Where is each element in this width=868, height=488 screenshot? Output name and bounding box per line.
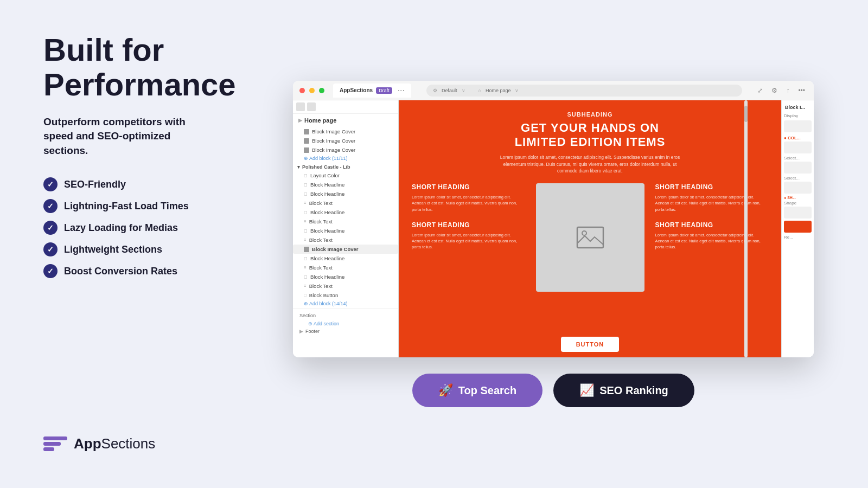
logo-bar-2 <box>43 442 61 446</box>
lib-item-text-5[interactable]: ≡ Block Text <box>293 281 398 291</box>
sidebar-item-block-3[interactable]: Block Image Cover <box>293 145 398 155</box>
browser-tab[interactable]: AppSections Draft ··· <box>333 84 411 98</box>
card-top-right: SHORT HEADING Lorem ipsum dolor sit amet… <box>653 183 771 213</box>
rp-item-accent[interactable] <box>784 221 812 233</box>
section-desc: Lorem ipsum dolor sit amet, consectetur … <box>498 154 682 175</box>
action-buttons: 🚀 Top Search 📈 SEO Ranking <box>412 374 694 407</box>
select-label-1: Select... <box>784 156 812 160</box>
lib-item-icon-2: ◻ <box>304 182 308 187</box>
scroll-bar[interactable] <box>744 100 748 357</box>
add-block-link-2[interactable]: ⊕ Add block (14/14) <box>293 300 398 307</box>
lib-item-image-cover[interactable]: Block Image Cover <box>293 245 398 254</box>
lib-item-icon-10: ◻ <box>304 256 308 261</box>
logo-icon <box>43 432 67 455</box>
tab-more-icon[interactable]: ··· <box>398 86 405 95</box>
lib-item-text-2[interactable]: ≡ Block Text <box>293 217 398 226</box>
homepage-chevron-icon: ∨ <box>515 88 519 93</box>
center-image <box>536 183 644 292</box>
lib-item-icon-11: ≡ <box>304 265 307 270</box>
color-label: ● COL... <box>784 136 812 140</box>
lib-item-icon-1: ◻ <box>304 173 308 178</box>
rp-item-2[interactable] <box>784 142 812 153</box>
section-cta-button[interactable]: BUTTON <box>561 337 620 352</box>
sidebar-nav-icon-2[interactable] <box>307 102 316 111</box>
browser-dot-red <box>299 88 305 93</box>
feature-item-5: Boost Conversion Rates <box>43 264 217 278</box>
browser-dot-green <box>319 88 324 93</box>
check-icon-5 <box>43 264 58 278</box>
feature-label-2: Lightning-Fast Load Times <box>64 201 189 212</box>
features-list: SEO-Friendly Lightning-Fast Load Times L… <box>43 177 217 286</box>
lib-item-icon-9 <box>304 247 309 252</box>
logo-area: AppSections <box>43 432 217 455</box>
footer-label: Footer <box>305 329 320 334</box>
rp-item-4[interactable] <box>784 182 812 194</box>
home-icon: ⌂ <box>478 88 481 93</box>
section-text: Section <box>299 313 316 318</box>
lib-item-text-3[interactable]: ≡ Block Text <box>293 235 398 245</box>
card-text-1: Lorem ipsum dolor sit amet, consectetur … <box>412 194 525 213</box>
main-title: Built for Performance <box>43 33 217 102</box>
lib-item-headline-1[interactable]: ◻ Block Headline <box>293 180 398 189</box>
lib-item-icon-8: ≡ <box>304 237 307 242</box>
url-bar[interactable]: ⚙ Default ∨ ⌂ Home page ∨ <box>426 85 742 97</box>
feature-item-2: Lightning-Fast Load Times <box>43 199 217 213</box>
lib-item-icon-6: ≡ <box>304 219 307 224</box>
collapse-icon[interactable]: ▾ <box>297 164 300 170</box>
rp-item-5[interactable] <box>784 207 812 219</box>
lib-item-icon-7: ◻ <box>304 228 308 233</box>
card-bottom-left: SHORT HEADING Lorem ipsum dolor sit amet… <box>410 221 527 251</box>
browser-body: ▶ Home page Block Image Cover Block Imag… <box>293 100 814 357</box>
sidebar-item-block-1[interactable]: Block Image Cover <box>293 127 398 136</box>
rp-item-3[interactable] <box>784 162 812 174</box>
section-button-row: BUTTON <box>410 331 770 357</box>
editor-sidebar: ▶ Home page Block Image Cover Block Imag… <box>293 100 399 357</box>
logo-text: AppSections <box>74 435 155 452</box>
top-search-label: Top Search <box>458 384 516 397</box>
url-homepage: Home page <box>486 88 511 93</box>
settings-icon[interactable]: ⚙ <box>771 87 777 94</box>
scroll-thumb <box>744 106 748 122</box>
add-section-link[interactable]: ⊕ Add section <box>297 320 394 328</box>
lib-header: ▾ Polished Castle - Lib <box>293 162 398 171</box>
lib-item-text-1[interactable]: ≡ Block Text <box>293 198 398 208</box>
gear-icon: ⚙ <box>433 88 437 93</box>
add-block-link-1[interactable]: ⊕ Add block (11/11) <box>293 155 398 162</box>
lib-item-headline-2[interactable]: ◻ Block Headline <box>293 189 398 198</box>
section-subheading: SUBHEADING <box>410 111 770 118</box>
lib-item-icon-4: ≡ <box>304 201 307 206</box>
sidebar-footer: Section ⊕ Add section ▶ Footer <box>293 309 398 337</box>
seo-ranking-button[interactable]: 📈 SEO Ranking <box>553 374 694 407</box>
dots-icon[interactable]: ••• <box>798 87 805 94</box>
left-panel: Built for Performance Outperform competi… <box>0 0 250 488</box>
lib-item-headline-5[interactable]: ◻ Block Headline <box>293 254 398 263</box>
feature-label-5: Boost Conversion Rates <box>64 266 177 277</box>
lib-item-layout[interactable]: ◻ Layout Color <box>293 171 398 180</box>
footer-row: ▶ Footer <box>297 328 394 335</box>
lib-item-button[interactable]: □ Block Button <box>293 291 398 300</box>
share-icon[interactable]: ↑ <box>786 87 789 94</box>
sidebar-nav-icon[interactable] <box>296 102 305 111</box>
sidebar-item-block-2[interactable]: Block Image Cover <box>293 136 398 145</box>
chart-icon: 📈 <box>579 383 594 397</box>
sidebar-page-title: ▶ Home page <box>293 114 398 127</box>
display-label: Display <box>784 113 812 118</box>
feature-item-4: Lightweight Sections <box>43 242 217 256</box>
expand-tree-icon[interactable]: ▶ <box>298 118 302 123</box>
check-icon-4 <box>43 242 58 256</box>
footer-expand-icon[interactable]: ▶ <box>299 329 303 334</box>
svg-point-1 <box>582 231 586 235</box>
lib-item-headline-6[interactable]: ◻ Block Headline <box>293 272 398 281</box>
top-search-button[interactable]: 🚀 Top Search <box>412 374 542 407</box>
expand-icon[interactable]: ⤢ <box>757 87 763 94</box>
lib-items: ◻ Layout Color ◻ Block Headline ◻ Block … <box>293 171 398 307</box>
seo-ranking-label: SEO Ranking <box>599 384 668 397</box>
url-default: Default <box>442 88 457 93</box>
lib-item-icon-12: ◻ <box>304 274 308 279</box>
rocket-icon: 🚀 <box>438 383 453 397</box>
svg-rect-0 <box>577 227 603 248</box>
lib-item-text-4[interactable]: ≡ Block Text <box>293 263 398 272</box>
lib-item-headline-4[interactable]: ◻ Block Headline <box>293 226 398 235</box>
rp-item-1[interactable] <box>784 120 812 132</box>
lib-item-headline-3[interactable]: ◻ Block Headline <box>293 208 398 217</box>
